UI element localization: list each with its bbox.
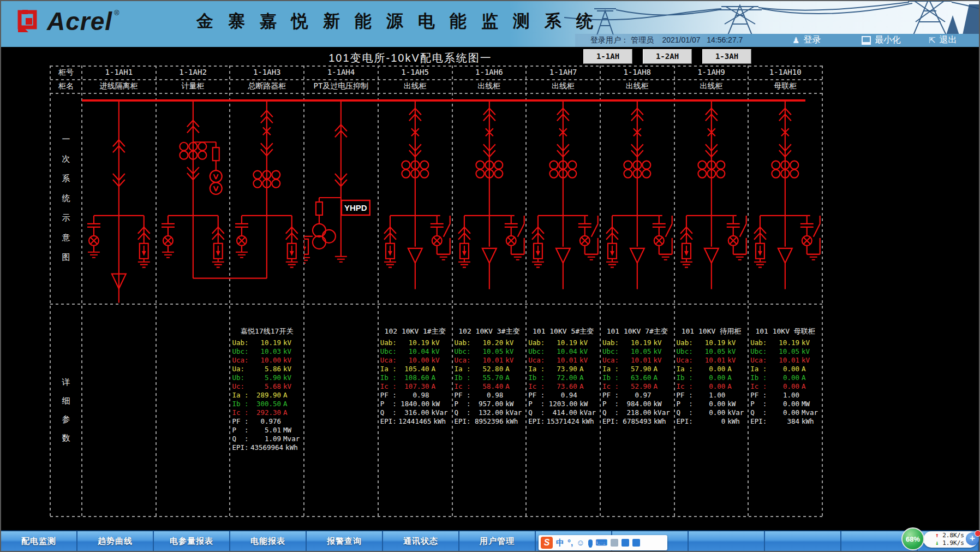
parameter-unit: kV [281, 382, 302, 391]
parameter-value: 10.19 [401, 339, 429, 347]
brand-name: Acrel [47, 9, 112, 34]
parameter-unit: A [577, 373, 598, 382]
parameter-row: Ub:5.90kV [232, 373, 302, 382]
tab-1-3AH[interactable]: 1-3AH [702, 49, 751, 64]
upload-speed: 2.8K/s [942, 532, 964, 539]
registered-mark: ® [114, 9, 119, 17]
parameter-unit: kV [725, 339, 746, 347]
skin-icon[interactable] [611, 539, 618, 547]
cabinet-no-1-1AH9: 1-1AH9 [674, 68, 749, 76]
detail-panel-title: 101 10KV 5#主变 [528, 327, 598, 336]
parameter-unit: kV [281, 356, 302, 365]
parameter-value: 10.01 [475, 356, 504, 365]
parameter-row: Q :132.00kVar [455, 408, 524, 417]
parameter-unit: A [725, 382, 746, 391]
keyboard-icon[interactable]: ⌨ [596, 537, 608, 549]
app-header: Acrel ® 金寨嘉悦新能源电能监测系统 登录用户： 管理员 2021/01/… [1, 1, 979, 47]
login-user-info: 登录用户： 管理员 2021/01/07 14:56:27.7 [590, 35, 743, 45]
parameter-row: P :957.00kW [455, 400, 524, 408]
toolbar-button-配电监测[interactable]: 配电监测 [1, 531, 77, 551]
parameter-row: Uab:10.19kV [528, 339, 598, 347]
parameter-value: 0.00 [697, 382, 726, 391]
parameter-unit: kV [281, 339, 302, 347]
tab-1-1AH[interactable]: 1-1AH [583, 49, 632, 64]
parameter-value: 107.30 [401, 382, 429, 391]
diagram-1-1AH3 [230, 93, 304, 304]
parameter-value: 0.00 [771, 365, 799, 373]
parameter-unit: kV [799, 339, 820, 347]
diagram-1-1AH6 [452, 93, 527, 304]
emoji-icon[interactable]: ☺ [576, 537, 584, 549]
parameter-unit: A [429, 382, 450, 391]
parameter-row: Ic :292.30A [232, 408, 302, 417]
upload-arrow-icon: ↑ [935, 532, 939, 539]
wardrobe-icon[interactable] [622, 539, 629, 547]
download-arrow-icon: ↓ [935, 539, 939, 547]
parameter-label: Ubc: [750, 347, 771, 356]
parameter-value: 73.90 [549, 365, 577, 373]
parameter-unit: kWh [579, 417, 598, 426]
punctuation-icon[interactable]: °, [567, 537, 573, 549]
detail-panel-1-1AH9: 101 10KV 待用柜Uab:10.19kVUbc:10.05kVUca:10… [677, 327, 746, 426]
parameter-label: EPI: [528, 417, 547, 426]
parameter-label: Ib : [455, 373, 475, 382]
net-speed-widget[interactable]: ↑ 2.8K/s ↓ 1.9K/s 68% + [901, 527, 980, 551]
header-info-strip: 登录用户： 管理员 2021/01/07 14:56:27.7 ♟ 登录 最小化… [575, 34, 979, 47]
parameter-value: 10.05 [623, 347, 652, 356]
toolbox-icon[interactable] [632, 539, 640, 547]
parameter-label: Ia : [528, 365, 549, 373]
parameter-unit: kV [281, 373, 302, 382]
parameter-row: Ic :0.00A [750, 382, 820, 391]
parameter-row: Uca:10.01kV [677, 356, 746, 365]
parameter-row: Ib :0.00A [750, 373, 820, 382]
parameter-unit: kVar [503, 408, 524, 417]
sogou-logo-icon[interactable]: S [541, 537, 553, 549]
toolbar-button-趋势曲线[interactable]: 趋势曲线 [77, 531, 154, 551]
toolbar-button-通讯状态[interactable]: 通讯状态 [383, 531, 459, 551]
parameter-row: Uca:10.01kV [602, 356, 672, 365]
optimizer-ball[interactable]: 68% [901, 527, 924, 550]
cabinet-no-1-1AH7: 1-1AH7 [526, 68, 600, 76]
parameter-value: 12441465 [398, 417, 431, 426]
minimize-button[interactable]: 最小化 [862, 34, 901, 46]
parameter-label: EPI: [232, 443, 250, 452]
toolbar-button-电能报表[interactable]: 电能报表 [230, 531, 307, 551]
cabinet-name-1-1AH10: 母联柜 [748, 81, 822, 91]
exit-button[interactable]: ⇱ 退出 [929, 34, 957, 46]
parameter-row: Ua:5.86kV [232, 365, 302, 373]
parameter-label: Uab: [750, 339, 771, 347]
single-line-diagram-symbols [748, 93, 822, 304]
parameter-row: EPI:12441465kWh [380, 417, 450, 426]
diagram-1-1AH4: YHPD [304, 93, 378, 304]
microphone-icon[interactable] [588, 539, 593, 547]
parameter-value: 5.90 [253, 373, 281, 382]
toolbar-button-报警查询[interactable]: 报警查询 [307, 531, 383, 551]
parameter-value: 1.09 [253, 435, 281, 443]
toolbar-button-用户管理[interactable]: 用户管理 [459, 531, 536, 551]
parameter-value: 0 [697, 417, 726, 426]
diagram-1-1AH9 [674, 93, 749, 304]
parameter-row: Uab:10.19kV [232, 339, 302, 347]
chinese-mode-icon[interactable]: 中 [556, 537, 564, 549]
cabinet-name-1-1AH2: 计量柜 [156, 81, 230, 91]
section-label-primary-diagram: 一次系统示意图 [50, 93, 82, 304]
parameter-unit: A [429, 365, 450, 373]
parameter-unit: kV [503, 347, 524, 356]
minimize-button-label: 最小化 [875, 34, 901, 46]
parameter-value: 52.90 [623, 382, 652, 391]
row-label-cabinet-no: 柜号 [50, 68, 82, 78]
parameter-value: 0.00 [697, 373, 726, 382]
toolbar-button-电参量报表[interactable]: 电参量报表 [154, 531, 230, 551]
parameter-row: PF :0.94 [528, 391, 598, 400]
parameter-label: Ia : [677, 365, 697, 373]
parameter-unit: kV [725, 356, 746, 365]
login-button[interactable]: ♟ 登录 [792, 34, 821, 46]
tab-1-2AH[interactable]: 1-2AH [643, 49, 692, 64]
detail-panel-title: 102 10KV 3#主变 [455, 327, 524, 336]
parameter-unit: kW [503, 400, 524, 408]
ime-toolbar[interactable]: S 中 °, ☺ ⌨ [539, 535, 667, 550]
cabinet-no-1-1AH1: 1-1AH1 [82, 68, 156, 76]
parameter-label: Ubc: [455, 347, 475, 356]
transmission-towers-graphic [564, 1, 979, 35]
parameter-unit: MW [799, 400, 820, 408]
